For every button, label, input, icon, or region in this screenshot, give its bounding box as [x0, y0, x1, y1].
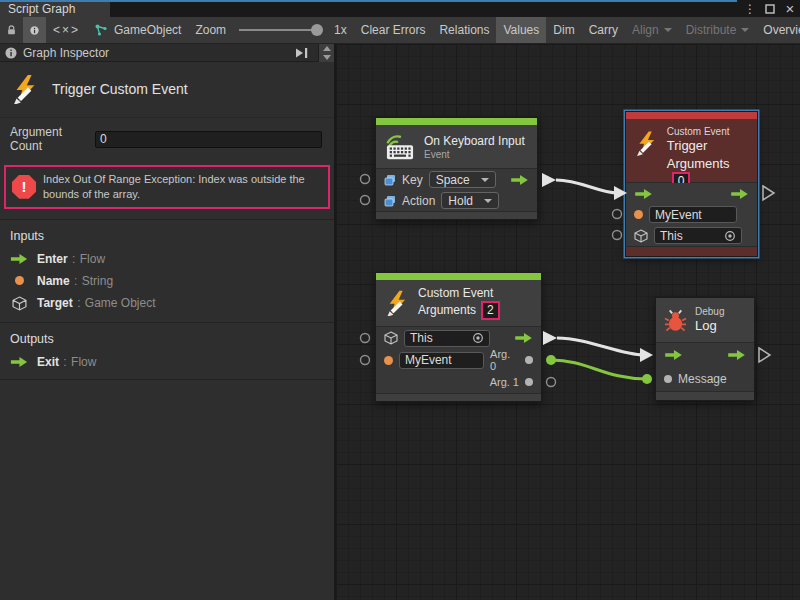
port-circle[interactable] [547, 378, 556, 387]
arg0-port[interactable] [525, 356, 533, 364]
values-button[interactable]: Values [496, 17, 546, 43]
port-circle[interactable] [361, 196, 370, 205]
action-dropdown[interactable]: Hold [441, 192, 499, 209]
code-toggle-icon[interactable]: <×> [46, 17, 87, 43]
flow-out-connector[interactable] [763, 186, 774, 200]
arguments-label: Arguments [667, 156, 730, 171]
tab-bar: Script Graph ⋮ × [0, 0, 800, 17]
flow-arrow-icon [10, 253, 28, 265]
scroll-down-icon[interactable] [319, 53, 334, 62]
align-dropdown[interactable]: Align [625, 17, 679, 43]
port-circle[interactable] [613, 210, 622, 219]
chevron-down-icon [664, 28, 672, 32]
argument-count-input[interactable]: 0 [95, 131, 322, 148]
arg1-port[interactable] [525, 378, 533, 386]
outputs-header: Outputs [0, 323, 334, 351]
graph-inspector-header: Graph Inspector [0, 44, 334, 62]
zoom-label: Zoom [188, 17, 233, 43]
node-custom-event[interactable]: Custom Event Arguments2 This MyEvent Arg… [375, 272, 542, 402]
custom-event-icon [10, 74, 40, 104]
flow-out-port[interactable] [730, 188, 749, 200]
node-category: Custom Event [418, 286, 500, 301]
graph-inspector-title: Graph Inspector [23, 46, 288, 60]
close-icon[interactable]: × [782, 1, 798, 16]
input-row-name: Name : String [0, 270, 334, 292]
focus-line [0, 0, 737, 2]
wire-keyboard-to-trigger[interactable] [556, 180, 618, 193]
wire-arg0-to-message[interactable] [551, 360, 647, 379]
dock-inspector-icon[interactable] [294, 47, 309, 59]
error-message: Index Out Of Range Exception: Index was … [43, 172, 322, 202]
lock-icon[interactable] [0, 17, 23, 43]
gameobject-cube-icon [10, 296, 28, 311]
script-graph-window: Script Graph ⋮ × <×> GameObject [0, 0, 800, 600]
target-picker-icon[interactable] [724, 230, 736, 242]
zoom-slider-handle[interactable] [311, 24, 323, 36]
distribute-dropdown[interactable]: Distribute [679, 17, 757, 43]
unit-title-block: Trigger Custom Event [0, 62, 334, 118]
value-connector-dot[interactable] [642, 374, 652, 384]
node-category: Custom Event [667, 126, 749, 137]
node-trigger-custom-event[interactable]: Custom Event Trigger Arguments0 MyEvent [625, 111, 758, 257]
gameobject-cube-icon [634, 229, 648, 243]
arg0-label: Arg. 0 [490, 348, 519, 372]
event-name-field[interactable]: MyEvent [399, 352, 484, 369]
relations-button[interactable]: Relations [432, 17, 496, 43]
dim-button[interactable]: Dim [546, 17, 581, 43]
error-icon: ! [12, 175, 36, 199]
window-controls: ⋮ × [742, 1, 798, 16]
chevron-down-icon [481, 178, 489, 182]
wire-arrowhead [640, 348, 653, 362]
node-on-keyboard-input[interactable]: On Keyboard Input Event Key Space Action… [375, 117, 538, 220]
bug-icon [664, 309, 687, 332]
flow-out-port[interactable] [510, 174, 529, 186]
maximize-icon[interactable] [762, 1, 778, 16]
node-title: On Keyboard Input [424, 134, 525, 149]
argument-count-badge: 2 [481, 301, 500, 320]
overview-button[interactable]: Overview [756, 17, 800, 43]
inputs-header: Inputs [0, 220, 334, 248]
zoom-value: 1x [327, 17, 354, 43]
key-dropdown[interactable]: Space [429, 171, 496, 188]
flow-arrow-icon [10, 356, 28, 368]
argument-count-label: Argument Count [10, 125, 95, 153]
tab-script-graph[interactable]: Script Graph [0, 2, 110, 17]
flow-connector-triangle[interactable] [543, 331, 557, 345]
custom-event-icon [384, 290, 410, 316]
clear-errors-button[interactable]: Clear Errors [354, 17, 433, 43]
flow-out-port[interactable] [727, 349, 746, 361]
event-name-field[interactable]: MyEvent [649, 206, 737, 223]
node-debug-log[interactable]: Debug Log Message [655, 297, 755, 401]
value-connector-dot[interactable] [546, 355, 556, 365]
carry-button[interactable]: Carry [582, 17, 625, 43]
info-toggle-icon[interactable] [23, 17, 46, 43]
chevron-down-icon [741, 28, 749, 32]
graph-canvas[interactable]: On Keyboard Input Event Key Space Action… [336, 44, 800, 600]
message-port[interactable] [664, 375, 672, 383]
flow-connector-triangle[interactable] [542, 173, 556, 187]
flow-in-port[interactable] [664, 349, 683, 361]
port-circle[interactable] [361, 334, 370, 343]
zoom-slider[interactable] [233, 17, 327, 43]
wire-customevent-to-log[interactable] [557, 338, 644, 355]
flow-in-port[interactable] [634, 188, 653, 200]
port-circle[interactable] [613, 231, 622, 240]
key-label: Key [402, 173, 423, 187]
node-title: Trigger [667, 137, 749, 155]
gameobject-graph-icon [94, 23, 108, 37]
flow-out-port[interactable] [514, 332, 533, 344]
flow-out-connector[interactable] [759, 348, 770, 362]
target-picker-icon[interactable] [472, 332, 484, 344]
custom-event-icon [634, 130, 659, 156]
port-circle[interactable] [361, 356, 370, 365]
window-menu-icon[interactable]: ⋮ [742, 1, 758, 16]
scroll-up-icon[interactable] [319, 44, 334, 53]
port-circle[interactable] [361, 175, 370, 184]
action-label: Action [402, 194, 435, 208]
input-row-enter: Enter : Flow [0, 248, 334, 270]
enum-icon [384, 195, 396, 207]
target-field[interactable]: This [404, 330, 490, 347]
gameobject-reference[interactable]: GameObject [87, 17, 188, 43]
target-field[interactable]: This [654, 227, 742, 244]
node-title: Log [695, 317, 724, 335]
